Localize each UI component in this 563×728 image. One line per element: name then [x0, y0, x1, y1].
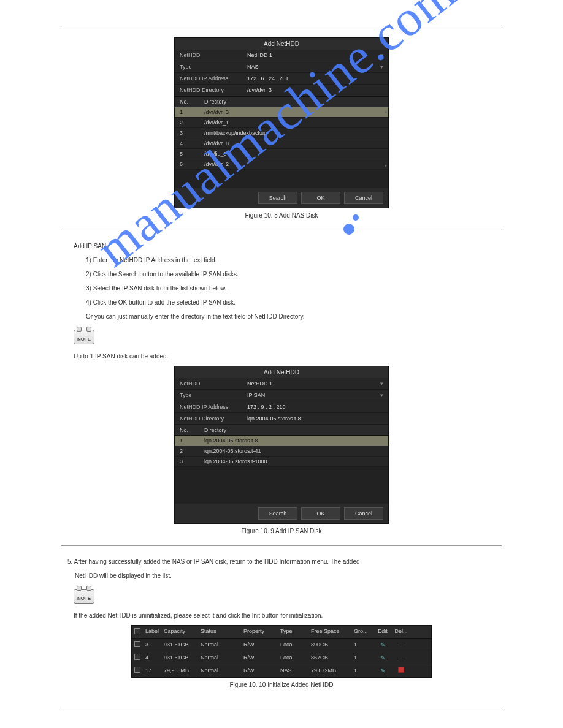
directory-input[interactable]: NetHDD Directory iqn.2004-05.storos.t-8 — [175, 413, 388, 425]
col-directory: Directory — [204, 427, 226, 433]
col-no: No. — [180, 99, 204, 105]
list-item[interactable]: 3/mnt/backup/indexbackup — [175, 128, 388, 138]
delete-disabled-icon: — — [392, 639, 410, 650]
row-no: 2 — [180, 119, 204, 126]
col-directory: Directory — [204, 99, 226, 105]
list-item[interactable]: 3iqn.2004-05.storos.t-1000 — [175, 457, 388, 467]
add-nethdd-dialog-nas: Add NetHDD NetHDD NetHDD 1 ▾ Type NAS ▾ … — [174, 37, 389, 208]
trash-icon[interactable] — [392, 664, 410, 677]
field-value: NetHDD 1 — [247, 52, 380, 58]
field-label: NetHDD — [180, 52, 247, 58]
list-item[interactable]: 2iqn.2004-05.storos.t-41 — [175, 446, 388, 457]
col-group: Gro... — [351, 626, 373, 638]
row-dir: /dvr/dvr_2 — [204, 161, 229, 167]
ip-input[interactable]: NetHDD IP Address 172 . 9 . 2 . 210 — [175, 401, 388, 413]
note-text: If the added NetHDD is uninitialized, pl… — [74, 611, 502, 620]
ipsan-intro: Add IP SAN: — [74, 241, 502, 251]
row-checkbox[interactable] — [132, 651, 143, 664]
row-no: 1 — [180, 109, 204, 115]
dialog-gap — [175, 170, 388, 188]
dialog-buttons: Search OK Cancel — [175, 504, 388, 523]
list-item[interactable]: 4/dvr/dvr_8 — [175, 138, 388, 149]
dialog-buttons: Search OK Cancel — [175, 188, 388, 208]
row-dir: /dvr/dvr_8 — [204, 140, 229, 146]
figure-caption: Figure 10. 9 Add IP SAN Disk — [61, 528, 502, 534]
col-property: Property — [241, 626, 278, 638]
note-text: Up to 1 IP SAN disk can be added. — [74, 352, 502, 361]
edit-icon[interactable]: ✎ — [373, 665, 392, 677]
row-no: 6 — [180, 161, 204, 167]
step-text: 2) Click the Search button to the availa… — [86, 270, 502, 279]
chevron-down-icon: ▾ — [380, 381, 383, 387]
row-dir: iqn.2004-05.storos.t-1000 — [204, 458, 267, 464]
row-checkbox[interactable] — [132, 664, 143, 677]
col-edit: Edit — [373, 626, 392, 638]
row-free: 79,872MB — [308, 665, 351, 676]
edit-icon[interactable]: ✎ — [373, 652, 392, 664]
nethdd-select[interactable]: NetHDD NetHDD 1 ▾ — [175, 50, 388, 61]
col-capacity: Capacity — [161, 626, 198, 638]
figure-caption: Figure 10. 10 Initialize Added NetHDD — [61, 681, 502, 688]
row-status: Normal — [198, 665, 241, 676]
edit-icon[interactable]: ✎ — [373, 639, 392, 651]
list-item[interactable]: 1/dvr/dvr_3 — [175, 107, 388, 118]
row-capacity: 79,968MB — [161, 665, 198, 676]
field-value: 172 . 6 . 24 . 201 — [247, 75, 383, 82]
separator — [61, 545, 502, 546]
figure-caption: Figure 10. 8 Add NAS Disk — [61, 212, 502, 219]
type-select[interactable]: Type IP SAN ▾ — [175, 390, 388, 401]
list-item[interactable]: 1iqn.2004-05.storos.t-8 — [175, 436, 388, 446]
search-button[interactable]: Search — [258, 192, 297, 204]
table-row[interactable]: 3 931.51GB Normal R/W Local 890GB 1 ✎ — — [132, 639, 431, 651]
list-item[interactable]: 5/dvr/liu_0 — [175, 149, 388, 159]
row-dir: /dvr/liu_0 — [204, 151, 227, 157]
table-row[interactable]: 4 931.51GB Normal R/W Local 867GB 1 ✎ — — [132, 651, 431, 664]
row-label: 17 — [143, 665, 161, 676]
cancel-button[interactable]: Cancel — [344, 507, 383, 520]
page-rule-bottom — [61, 707, 502, 707]
row-dir: /dvr/dvr_3 — [204, 109, 229, 115]
row-label: 4 — [143, 652, 161, 663]
field-value: NAS — [247, 64, 380, 70]
list-item[interactable]: 6/dvr/dvr_2 — [175, 159, 388, 170]
row-no: 5 — [180, 151, 204, 157]
col-delete: Del... — [392, 626, 410, 638]
directory-list: ▴ 1/dvr/dvr_3 2/dvr/dvr_1 3/mnt/backup/i… — [175, 107, 388, 170]
row-capacity: 931.51GB — [161, 639, 198, 650]
search-button[interactable]: Search — [258, 507, 297, 520]
ok-button[interactable]: OK — [301, 507, 340, 520]
step-text: 5. After having successfully added the N… — [67, 557, 502, 566]
row-type: Local — [278, 639, 308, 650]
field-label: Type — [180, 64, 247, 70]
scroll-up-icon[interactable]: ▴ — [385, 108, 387, 114]
row-dir: /dvr/dvr_1 — [204, 119, 229, 126]
note-icon: NOTE — [74, 330, 94, 344]
ip-input[interactable]: NetHDD IP Address 172 . 6 . 24 . 201 — [175, 73, 388, 85]
directory-input[interactable]: NetHDD Directory /dvr/dvr_3 — [175, 85, 388, 96]
nethdd-select[interactable]: NetHDD NetHDD 1 ▾ — [175, 378, 388, 390]
type-select[interactable]: Type NAS ▾ — [175, 61, 388, 73]
list-item[interactable]: 2/dvr/dvr_1 — [175, 118, 388, 128]
field-value: 172 . 9 . 2 . 210 — [247, 404, 383, 410]
scroll-down-icon[interactable]: ▾ — [385, 163, 387, 169]
row-type: NAS — [278, 665, 308, 676]
row-dir: /mnt/backup/indexbackup — [204, 130, 267, 136]
field-label: NetHDD Directory — [180, 415, 247, 422]
ok-button[interactable]: OK — [301, 192, 340, 204]
cancel-button[interactable]: Cancel — [344, 192, 383, 204]
row-checkbox[interactable] — [132, 639, 143, 651]
field-value: IP SAN — [247, 392, 380, 398]
checkbox-all[interactable] — [132, 626, 143, 638]
row-no: 3 — [180, 458, 204, 464]
row-no: 3 — [180, 130, 204, 136]
table-row[interactable]: 17 79,968MB Normal R/W NAS 79,872MB 1 ✎ — [132, 664, 431, 677]
field-value: /dvr/dvr_3 — [247, 87, 383, 93]
page-rule-top — [61, 25, 502, 25]
row-no: 2 — [180, 448, 204, 454]
row-status: Normal — [198, 639, 241, 650]
col-free-space: Free Space — [308, 626, 351, 638]
hdd-info-table: Label Capacity Status Property Type Free… — [131, 625, 432, 678]
chevron-down-icon: ▾ — [380, 392, 383, 398]
col-no: No. — [180, 427, 204, 433]
dialog-gap — [175, 467, 388, 504]
